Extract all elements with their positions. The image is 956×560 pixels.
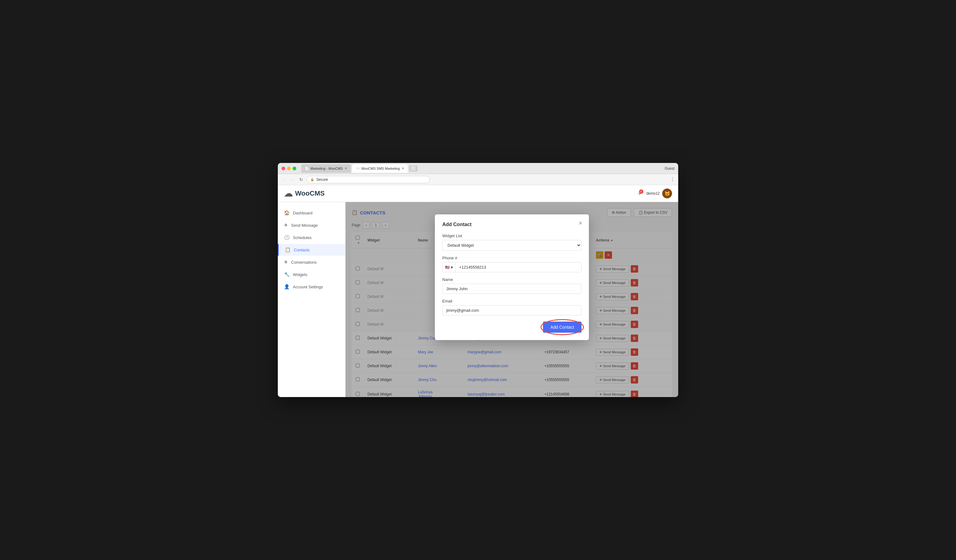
schedules-icon: 🕐 xyxy=(284,235,290,240)
new-tab-button[interactable]: ⬜ xyxy=(409,165,418,171)
maximize-button[interactable] xyxy=(292,167,296,170)
url-bar[interactable]: 🔒 Secure xyxy=(307,176,430,183)
phone-flag-select[interactable]: 🇺🇸 ▾ xyxy=(443,263,456,272)
app-logo: ☁ WooCMS xyxy=(284,189,325,199)
phone-number-input[interactable] xyxy=(456,263,581,272)
sidebar-item-schedules[interactable]: 🕐 Schedules xyxy=(278,232,345,243)
tab-marketing[interactable]: 📄 Marketing - WooCMS ✕ xyxy=(301,164,351,173)
flag-dropdown-icon: ▾ xyxy=(451,265,453,269)
tab-label-2: WooCMS SMS Marketing xyxy=(361,167,400,170)
app-body: ☁ WooCMS ✈ 0 demo12 🐱 xyxy=(278,185,678,397)
dashboard-icon: 🏠 xyxy=(284,210,290,216)
sidebar-item-dashboard[interactable]: 🏠 Dashboard xyxy=(278,207,345,219)
browser-titlebar: 📄 Marketing - WooCMS ✕ 📨 WooCMS SMS Mark… xyxy=(278,163,678,174)
content-area: 📋 CONTACTS ⚙ Action 📋 Export to CSV Page… xyxy=(346,202,678,397)
user-name: demo12 xyxy=(646,191,660,196)
widget-list-select[interactable]: Default Widget xyxy=(442,240,582,251)
user-info: demo12 🐱 xyxy=(646,189,672,198)
logo-text: WooCMS xyxy=(295,189,325,197)
name-input[interactable] xyxy=(442,284,582,294)
tab-close-2[interactable]: ✕ xyxy=(402,167,404,170)
browser-window: 📄 Marketing - WooCMS ✕ 📨 WooCMS SMS Mark… xyxy=(278,163,678,397)
phone-label: Phone # xyxy=(442,256,582,260)
avatar-icon: 🐱 xyxy=(665,191,670,196)
sidebar-item-label: Widgets xyxy=(293,272,307,277)
account-settings-icon: 👤 xyxy=(284,284,290,289)
modal-title: Add Contact xyxy=(442,222,582,227)
widget-list-label: Widget List xyxy=(442,233,582,238)
sidebar-item-widgets[interactable]: 🔧 Widgets xyxy=(278,269,345,280)
sidebar: 🏠 Dashboard ✈ Send Message 🕐 Schedules 📋… xyxy=(278,202,346,397)
browser-menu-button[interactable]: ⋮ xyxy=(670,176,675,182)
app-main: 🏠 Dashboard ✈ Send Message 🕐 Schedules 📋… xyxy=(278,202,678,397)
widgets-icon: 🔧 xyxy=(284,272,290,277)
conversations-icon: ✈ xyxy=(284,260,288,265)
url-text: Secure xyxy=(316,178,328,182)
app-header: ☁ WooCMS ✈ 0 demo12 🐱 xyxy=(278,185,678,202)
tab-sms-marketing[interactable]: 📨 WooCMS SMS Marketing ✕ xyxy=(352,164,408,173)
modal-footer: Add Contact xyxy=(442,322,582,333)
widget-list-group: Widget List Default Widget xyxy=(442,233,582,251)
traffic-lights xyxy=(281,167,296,170)
minimize-button[interactable] xyxy=(287,167,291,170)
sidebar-item-send-message[interactable]: ✈ Send Message xyxy=(278,219,345,231)
back-button[interactable]: ← xyxy=(281,177,287,182)
notifications-button[interactable]: ✈ 0 xyxy=(638,191,642,197)
flag-emoji: 🇺🇸 xyxy=(445,265,450,269)
modal-close-button[interactable]: ✕ xyxy=(577,219,584,227)
sidebar-item-label: Schedules xyxy=(293,235,312,240)
tab-icon: 📄 xyxy=(305,167,308,170)
email-group: Email xyxy=(442,299,582,315)
logo-icon: ☁ xyxy=(284,189,292,199)
tab-label: Marketing - WooCMS xyxy=(310,167,343,170)
browser-user-label: Guest xyxy=(665,166,675,171)
sidebar-item-label: Conversations xyxy=(291,260,317,264)
name-label: Name xyxy=(442,277,582,282)
phone-input-row: 🇺🇸 ▾ xyxy=(442,262,582,272)
forward-button[interactable]: → xyxy=(289,177,296,182)
tabs-bar: 📄 Marketing - WooCMS ✕ 📨 WooCMS SMS Mark… xyxy=(301,164,662,173)
add-contact-button-wrapper: Add Contact xyxy=(543,322,582,333)
email-input[interactable] xyxy=(442,305,582,315)
add-contact-modal: Add Contact ✕ Widget List Default Widget… xyxy=(435,214,589,340)
send-message-icon: ✈ xyxy=(284,222,288,228)
tab-close-1[interactable]: ✕ xyxy=(344,167,347,170)
notification-badge: 0 xyxy=(639,189,643,194)
sidebar-item-contacts[interactable]: 📋 Contacts xyxy=(278,244,345,256)
modal-backdrop: Add Contact ✕ Widget List Default Widget… xyxy=(346,202,678,397)
secure-icon: 🔒 xyxy=(310,178,314,181)
header-right: ✈ 0 demo12 🐱 xyxy=(638,189,672,198)
name-group: Name xyxy=(442,277,582,294)
user-avatar[interactable]: 🐱 xyxy=(662,189,672,198)
sidebar-item-label: Send Message xyxy=(291,223,318,228)
phone-group: Phone # 🇺🇸 ▾ xyxy=(442,256,582,272)
sidebar-item-account-settings[interactable]: 👤 Account Settings xyxy=(278,281,345,293)
refresh-button[interactable]: ↻ xyxy=(298,177,304,182)
contacts-icon: 📋 xyxy=(285,247,291,253)
sidebar-item-label: Dashboard xyxy=(293,211,313,216)
sidebar-item-label: Contacts xyxy=(294,248,310,252)
add-contact-button[interactable]: Add Contact xyxy=(543,322,582,333)
sidebar-item-conversations[interactable]: ✈ Conversations xyxy=(278,256,345,268)
tab-icon-2: 📨 xyxy=(356,167,359,170)
sidebar-item-label: Account Settings xyxy=(293,285,323,289)
new-tab-icon: ⬜ xyxy=(411,166,416,171)
email-label: Email xyxy=(442,299,582,304)
address-bar: ← → ↻ 🔒 Secure ⋮ xyxy=(278,174,678,185)
close-button[interactable] xyxy=(281,167,285,170)
